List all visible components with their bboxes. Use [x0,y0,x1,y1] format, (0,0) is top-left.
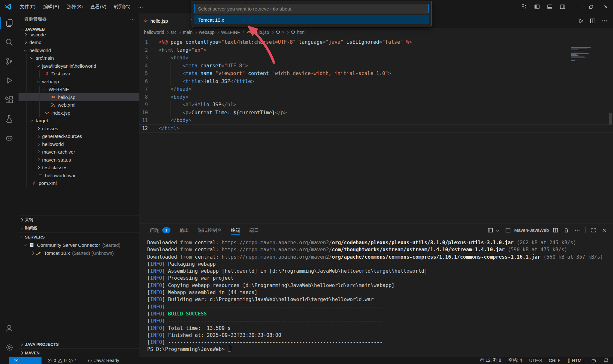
tree-item-test-classes[interactable]: test-classes [19,164,139,172]
tree-item-helloworld[interactable]: helloworld [19,46,139,54]
tree-item-helloworld[interactable]: helloworld [19,140,139,148]
minimize-button[interactable] [569,0,584,13]
editor-more-actions-icon[interactable] [602,18,608,24]
run-debug-icon [5,76,13,85]
explorer-more-actions-icon[interactable] [130,17,135,22]
tree-item-helloworld.war[interactable]: helloworld.war [19,171,139,179]
tree-item-java-littleyanlin-helloworld[interactable]: java\littleyanlin\helloworld [19,62,139,70]
restore-button[interactable] [584,0,598,13]
tree-item-maven-status[interactable]: maven-status [19,156,139,164]
sidebar-item-testing[interactable] [0,109,19,128]
tree-item-web.xml[interactable]: web.xml [19,101,139,109]
sidebar-item-extensions[interactable] [0,90,19,109]
split-editor-icon[interactable] [590,18,596,24]
panel-tab-3[interactable]: 终端 [227,224,244,237]
panel-actions: Maven-JavaWeb [485,224,610,237]
tree-item-web-inf[interactable]: WEB-INF [19,86,139,94]
robot-icon [5,134,13,142]
sidebar-item-explorer[interactable] [0,13,19,33]
sidebar-item-source-control[interactable] [0,52,19,71]
terminal-name[interactable]: Maven-JavaWeb [514,228,549,233]
tree-item-demo[interactable]: demo [19,39,139,47]
section-header-maven[interactable]: MAVEN [19,348,139,357]
settings-button[interactable] [0,338,19,357]
problems-status[interactable]: 0 0 1 [47,358,77,363]
java-status[interactable]: Java: Ready [88,358,119,363]
menu-item-5[interactable]: ··· [134,0,147,13]
server-item-tomcat-10.x[interactable]: Tomcat 10.x(Started) (Unknown) [19,249,139,257]
tree-item-webapp[interactable]: webapp [19,78,139,86]
breadcrumb-item-7[interactable]: html [291,30,305,35]
section-header-outline[interactable]: 大纲 [19,215,139,224]
cursor-position[interactable]: 行 12, 列 8 [480,358,501,363]
language-mode[interactable]: {} HTML [568,358,584,363]
maximize-panel-icon[interactable] [591,227,596,233]
close-panel-icon[interactable] [602,227,607,233]
menu-item-2[interactable]: 选择(S) [63,0,87,13]
toggle-panel-icon[interactable] [547,4,553,10]
code-editor[interactable]: 1<%@ page contentType="text/html;charset… [139,36,613,237]
panel-tab-2[interactable]: 调试控制台 [194,224,226,237]
remote-indicator[interactable]: >< [9,357,42,364]
terminal-output[interactable]: Downloaded from central: https://repo.ma… [147,239,610,357]
sidebar-item-search[interactable] [0,33,19,52]
vscode-window: 文件(F)编辑(E)选择(S)查看(V)转到(G)··· 资源管理器 [0,0,613,364]
close-window-button[interactable] [598,0,613,13]
breadcrumb-item-1[interactable]: src [170,30,177,35]
bell-icon[interactable] [603,358,609,363]
tree-item-.vscode[interactable]: .vscode [19,33,139,39]
panel-tab-1[interactable]: 输出 [176,224,193,237]
panel-more-actions-icon[interactable] [574,227,580,233]
sidebar-item-run-debug[interactable] [0,71,19,90]
menu-item-0[interactable]: 文件(F) [16,0,39,13]
tab-hello-jsp[interactable]: <> hello.jsp [139,13,199,28]
menu-item-1[interactable]: 编辑(E) [39,0,63,13]
new-terminal-icon[interactable] [488,227,493,233]
terminal-line-14: [INFO] ---------------------------------… [147,339,610,346]
customize-layout-icon[interactable] [521,4,527,10]
breadcrumb-item-0[interactable]: helloworld [144,30,164,35]
breadcrumb-item-3[interactable]: webapp [199,30,215,35]
tree-item-test.java[interactable]: JTest.java [19,70,139,78]
section-header-java-projects[interactable]: JAVA PROJECTS [19,340,139,348]
quick-pick-input[interactable]: Select server you want to retrieve info … [194,4,429,13]
quick-pick-item-tomcat[interactable]: Tomcat 10.x [194,15,429,24]
account-button[interactable] [0,319,19,338]
tree-item-maven-archiver[interactable]: maven-archiver [19,148,139,156]
breadcrumb-item-6[interactable]: ? [276,30,284,35]
tree-item-generated-sources[interactable]: generated-sources [19,133,139,140]
terminal-profile-chevron-icon[interactable] [496,228,499,231]
sidebar-item-copilot[interactable] [0,128,19,148]
tree-item-hello.jsp[interactable]: <>hello.jsp [19,93,139,101]
section-header-javaweb[interactable]: JAVAWEB [19,25,139,33]
run-file-icon[interactable] [578,18,584,24]
panel-tab-0[interactable]: 问题1 [146,224,174,237]
menu-item-4[interactable]: 转到(G) [110,0,134,13]
breadcrumb-item-5[interactable]: <>hello.jsp [246,30,269,35]
breadcrumb-item-2[interactable]: main [183,30,193,35]
tree-item-target[interactable]: target [19,117,139,125]
encoding[interactable]: UTF-8 [529,358,542,363]
toggle-secondary-sidebar-icon[interactable] [560,4,565,10]
toggle-sidebar-icon[interactable] [534,4,540,10]
remote-icon: >< [13,358,19,363]
indentation[interactable]: 空格: 4 [508,358,522,363]
breadcrumb-item-4[interactable]: WEB-INF [221,30,240,35]
panel-tab-4[interactable]: 端口 [246,224,263,237]
tree-item-classes[interactable]: classes [19,125,139,133]
terminal-cursor [228,346,231,352]
maven-file-icon [31,181,36,186]
tree-item-pom.xml[interactable]: pom.xml [19,179,139,187]
section-header-servers[interactable]: SERVERS [19,232,139,241]
copilot-icon[interactable] [591,358,596,363]
tree-item-index.jsp[interactable]: <>index.jsp [19,109,139,117]
eol-sequence[interactable]: CRLF [549,358,561,363]
kill-terminal-icon[interactable] [564,227,569,233]
split-terminal-icon[interactable] [553,227,558,233]
section-header-timeline[interactable]: 时间线 [19,224,139,232]
tree-item-src-main[interactable]: src\main [19,54,139,62]
server-item-community-server-connector[interactable]: Community Server Connector(Started) [19,241,139,249]
editor-area: <> hello.jsp helloworldsrcmainwebappWEB-… [139,13,613,357]
server-icon [29,242,34,248]
menu-item-3[interactable]: 查看(V) [87,0,110,13]
